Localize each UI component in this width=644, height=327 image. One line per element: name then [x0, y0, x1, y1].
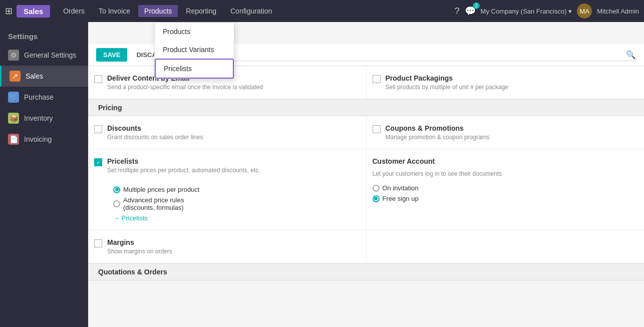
- messages-icon[interactable]: 💬 3: [465, 6, 476, 17]
- feature-row-discounts: Discounts Grant discounts on sales order…: [88, 116, 644, 149]
- feature-cell-pricelists: Pricelists Set multiple prices per produ…: [88, 149, 366, 230]
- nav-reporting[interactable]: Reporting: [180, 5, 222, 17]
- nav-products[interactable]: Products: [138, 5, 178, 17]
- sidebar: Settings ⚙ General Settings ↗ Sales 🛒 Pu…: [0, 22, 88, 327]
- sidebar-label-inventory: Inventory: [24, 114, 53, 122]
- inventory-icon: 📦: [8, 113, 19, 124]
- pricelists-link[interactable]: → Pricelists: [113, 214, 199, 222]
- feature-title-pricelists: Pricelists: [107, 157, 360, 165]
- sidebar-label-invoicing: Invoicing: [24, 135, 52, 143]
- invoicing-icon: 📄: [8, 134, 19, 145]
- feature-cell-customer-account: Customer Account Let your customers log …: [366, 149, 645, 230]
- brand-label[interactable]: Sales: [17, 5, 50, 18]
- radio-outer-signup: [373, 195, 380, 202]
- user-avatar[interactable]: MA: [577, 4, 592, 19]
- feature-desc-email: Send a product-specific email once the i…: [107, 84, 360, 91]
- search-input[interactable]: [185, 49, 626, 61]
- feature-desc-packaging: Sell products by multiple of unit # per …: [386, 84, 638, 91]
- pricelists-radio-group: Multiple prices per product Advanced pri…: [113, 186, 199, 211]
- dropdown-product-variants[interactable]: Product Variants: [155, 41, 234, 59]
- sidebar-label-general: General Settings: [24, 51, 76, 59]
- save-button[interactable]: SAVE: [96, 48, 127, 62]
- products-dropdown: Products Product Variants Pricelists: [154, 22, 234, 79]
- checkbox-margins[interactable]: [94, 239, 102, 247]
- feature-desc-pricelists: Set multiple prices per product, automat…: [107, 167, 360, 174]
- customer-account-title: Customer Account: [373, 157, 435, 165]
- checkbox-packaging[interactable]: [373, 75, 381, 83]
- customer-account-radio-group: On invitation Free sign up: [373, 184, 419, 202]
- radio-on-invitation[interactable]: On invitation: [373, 184, 419, 192]
- nav-orders[interactable]: Orders: [57, 5, 91, 17]
- feature-cell-packaging: Product Packagings Sell products by mult…: [366, 66, 645, 99]
- purchase-icon: 🛒: [8, 92, 19, 103]
- sidebar-item-invoicing[interactable]: 📄 Invoicing: [0, 129, 88, 150]
- radio-outer-advanced: [113, 200, 120, 207]
- feature-cell-coupons: Coupons & Promotions Manage promotion & …: [366, 116, 645, 149]
- sidebar-item-general-settings[interactable]: ⚙ General Settings: [0, 45, 88, 66]
- radio-label-signup: Free sign up: [383, 195, 419, 202]
- feature-info-coupons: Coupons & Promotions Manage promotion & …: [386, 124, 638, 141]
- radio-outer-multiple: [113, 186, 120, 193]
- sidebar-title: Settings: [0, 26, 88, 45]
- search-icon[interactable]: 🔍: [626, 50, 636, 60]
- customer-account-desc: Let your customers log in to see their d…: [373, 170, 502, 177]
- radio-label-advanced: Advanced price rules(discounts, formulas…: [123, 196, 184, 211]
- top-navigation: ⊞ Sales Orders To Invoice Products Repor…: [0, 0, 644, 22]
- radio-advanced-rules[interactable]: Advanced price rules(discounts, formulas…: [113, 196, 199, 211]
- feature-row-pricelists: Pricelists Set multiple prices per produ…: [88, 149, 644, 230]
- feature-cell-discounts: Discounts Grant discounts on sales order…: [88, 116, 366, 149]
- radio-free-signup[interactable]: Free sign up: [373, 195, 419, 202]
- feature-desc-discounts: Grant discounts on sales order lines: [107, 134, 360, 141]
- feature-title-discounts: Discounts: [107, 124, 360, 132]
- feature-desc-margins: Show margins on orders: [107, 248, 360, 255]
- topnav-right: ? 💬 3 My Company (San Francisco) ▾ MA Mi…: [455, 4, 639, 19]
- feature-title-margins: Margins: [107, 238, 360, 246]
- checkbox-email[interactable]: [94, 75, 102, 83]
- pricelists-detail: Multiple prices per product Advanced pri…: [94, 179, 199, 222]
- radio-label-invitation: On invitation: [383, 184, 419, 192]
- main-layout: Settings ⚙ General Settings ↗ Sales 🛒 Pu…: [0, 22, 644, 327]
- feature-row-margins: Margins Show margins on orders: [88, 230, 644, 263]
- dropdown-pricelists[interactable]: Pricelists: [155, 59, 234, 79]
- radio-label-multiple: Multiple prices per product: [123, 186, 199, 193]
- feature-title-packaging: Product Packagings: [386, 74, 638, 82]
- sidebar-label-purchase: Purchase: [24, 93, 54, 101]
- feature-info-pricelists: Pricelists Set multiple prices per produ…: [107, 157, 360, 174]
- apps-icon[interactable]: ⊞: [5, 6, 13, 17]
- sidebar-item-inventory[interactable]: 📦 Inventory: [0, 108, 88, 129]
- feature-desc-coupons: Manage promotion & coupon programs: [386, 134, 638, 141]
- sales-icon: ↗: [10, 71, 21, 82]
- feature-cell-margins-right: [366, 230, 645, 263]
- content-area: Deliver Content by Email Send a product-…: [88, 66, 644, 280]
- nav-to-invoice[interactable]: To Invoice: [93, 5, 136, 17]
- sidebar-item-sales[interactable]: ↗ Sales: [0, 66, 88, 87]
- notification-badge: 3: [473, 3, 480, 9]
- radio-inner-multiple: [115, 188, 119, 191]
- radio-inner-signup: [374, 197, 378, 200]
- help-icon[interactable]: ?: [455, 6, 460, 17]
- feature-cell-margins: Margins Show margins on orders: [88, 230, 366, 263]
- checkbox-pricelists[interactable]: [94, 158, 102, 166]
- radio-multiple-prices[interactable]: Multiple prices per product: [113, 186, 199, 193]
- checkbox-coupons[interactable]: [373, 125, 381, 133]
- checkbox-discounts[interactable]: [94, 125, 102, 133]
- company-selector[interactable]: My Company (San Francisco) ▾: [481, 8, 572, 15]
- feature-info-packaging: Product Packagings Sell products by mult…: [386, 74, 638, 91]
- settings-icon: ⚙: [8, 50, 19, 61]
- dropdown-products[interactable]: Products: [155, 23, 234, 41]
- feature-title-coupons: Coupons & Promotions: [386, 124, 638, 132]
- quotations-section-header: Quotations & Orders: [88, 263, 644, 280]
- feature-info-discounts: Discounts Grant discounts on sales order…: [107, 124, 360, 141]
- sidebar-item-purchase[interactable]: 🛒 Purchase: [0, 87, 88, 108]
- nav-configuration[interactable]: Configuration: [224, 5, 278, 17]
- feature-info-margins: Margins Show margins on orders: [107, 238, 360, 255]
- sidebar-label-sales: Sales: [26, 72, 43, 80]
- pricing-section-header: Pricing: [88, 99, 644, 116]
- user-name[interactable]: Mitchell Admin: [597, 8, 639, 15]
- radio-outer-invitation: [373, 185, 380, 192]
